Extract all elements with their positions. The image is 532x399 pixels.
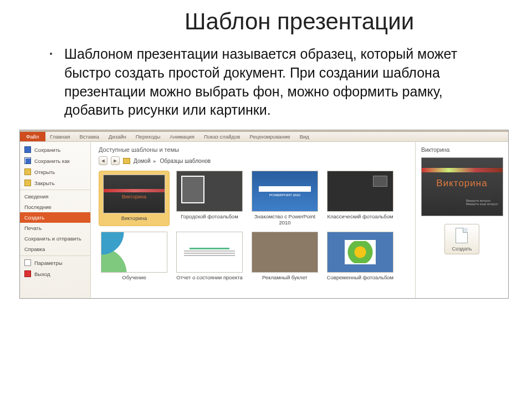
breadcrumb-separator-icon: ▸ [154,158,156,164]
templates-gallery: Викторина Викторина Городской фотоальбом… [99,171,407,281]
template-thumb [176,171,243,212]
backstage-body: Сохранить Сохранить как Открыть Закрыть … [20,142,508,298]
nav-save-as-label: Сохранить как [34,158,70,164]
ribbon-tab-insert[interactable]: Вставка [75,132,104,141]
template-item-status-report[interactable]: Отчет о состоянии проекта [174,232,245,281]
nav-help-label: Справка [24,246,45,252]
template-thumb [252,232,318,273]
nav-exit-label: Выход [34,271,50,277]
breadcrumb-back-button[interactable]: ◄ [99,156,108,165]
preview-title: Викторина [421,146,449,153]
template-thumb: Викторина [103,175,165,213]
home-icon [123,158,130,164]
ribbon-tab-slideshow[interactable]: Показ слайдов [200,132,245,141]
template-label: Обучение [99,275,170,281]
nav-share[interactable]: Сохранить и отправить [20,233,90,244]
preview-text: Викторина [436,178,487,189]
template-label: Городской фотоальбом [174,214,245,220]
ribbon-tab-view[interactable]: Вид [295,132,314,141]
template-label: Викторина [101,216,167,222]
slide: Шаблон презентации Шаблоном презентации … [0,0,532,399]
preview-stripe [422,168,503,172]
preview-pane: Викторина Викторина Введите вопросВведит… [415,142,508,298]
nav-recent-label: Последние [24,204,52,210]
ribbon: Файл Главная Вставка Дизайн Переходы Ани… [20,132,508,142]
close-icon [24,180,31,186]
ribbon-tab-file[interactable]: Файл [20,132,45,141]
template-item-training[interactable]: Обучение [99,232,170,281]
nav-help[interactable]: Справка [20,244,90,254]
breadcrumb-forward-button[interactable]: ► [111,156,120,165]
templates-center: Доступные шаблоны и темы ◄ ► Домой ▸ Обр… [91,142,415,298]
template-item-pp2010-intro[interactable]: POWERPOINT 2010 Знакомство с PowerPoint … [249,171,320,226]
template-item-classic-album[interactable]: Классический фотоальбом [325,171,396,226]
nav-share-label: Сохранить и отправить [24,236,81,242]
template-item-modern-album[interactable]: Современный фотоальбом [325,232,396,281]
nav-info-label: Сведения [24,193,48,200]
nav-print-label: Печать [24,225,42,231]
template-preview: Викторина Введите вопросВведите еще вопр… [421,157,503,216]
nav-open[interactable]: Открыть [20,166,90,177]
nav-create[interactable]: Создать [20,212,90,223]
backstage-nav: Сохранить Сохранить как Открыть Закрыть … [20,142,91,298]
nav-close[interactable]: Закрыть [20,177,90,188]
template-label: Современный фотоальбом [325,275,396,281]
nav-recent[interactable]: Последние [20,202,90,212]
ribbon-tab-design[interactable]: Дизайн [104,132,131,141]
open-icon [24,168,31,175]
ribbon-tab-transitions[interactable]: Переходы [131,132,166,141]
template-thumb [176,232,243,273]
templates-heading: Доступные шаблоны и темы [99,146,407,153]
slide-title: Шаблон презентации [83,8,515,35]
ribbon-tab-review[interactable]: Рецензирование [245,132,295,141]
nav-create-label: Создать [24,214,44,221]
exit-icon [24,270,31,277]
template-item-brochure[interactable]: Рекламный буклет [249,232,320,281]
slide-body: Шаблоном презентации называется образец,… [64,45,493,120]
template-thumb [327,171,393,212]
nav-exit[interactable]: Выход [20,268,90,279]
new-document-icon [456,228,468,243]
nav-options[interactable]: Параметры [20,255,90,268]
nav-save-label: Сохранить [34,147,60,153]
template-label: Классический фотоальбом [325,214,396,220]
nav-save-as[interactable]: Сохранить как [20,155,90,166]
ribbon-tab-home[interactable]: Главная [45,132,75,141]
preview-subtext: Введите вопросВведите еще вопрос [466,199,498,206]
template-thumb: POWERPOINT 2010 [252,171,318,212]
template-label: Рекламный буклет [249,275,320,281]
create-button[interactable]: Создать [444,224,479,254]
nav-open-label: Открыть [34,169,55,175]
template-item-quiz[interactable]: Викторина Викторина [99,171,170,226]
breadcrumb-current[interactable]: Образцы шаблонов [160,158,211,164]
ribbon-tab-animation[interactable]: Анимация [165,132,200,141]
create-button-label: Создать [452,245,472,252]
template-thumb [101,232,167,273]
template-label: Отчет о состоянии проекта [174,275,245,281]
nav-save[interactable]: Сохранить [20,144,90,155]
save-as-icon [24,157,31,164]
breadcrumb: ◄ ► Домой ▸ Образцы шаблонов [99,156,407,165]
nav-info[interactable]: Сведения [20,190,90,202]
bullet-icon [50,53,52,55]
nav-options-label: Параметры [34,260,63,266]
breadcrumb-home[interactable]: Домой [134,158,150,164]
save-icon [24,146,31,153]
nav-close-label: Закрыть [34,180,55,186]
powerpoint-window: Файл Главная Вставка Дизайн Переходы Ани… [19,130,509,299]
template-label: Знакомство с PowerPoint 2010 [249,214,320,226]
template-item-city-album[interactable]: Городской фотоальбом [174,171,245,226]
template-thumb [327,232,393,273]
nav-print[interactable]: Печать [20,223,90,233]
options-icon [24,259,31,266]
body-row: Шаблоном презентации называется образец,… [50,45,493,120]
